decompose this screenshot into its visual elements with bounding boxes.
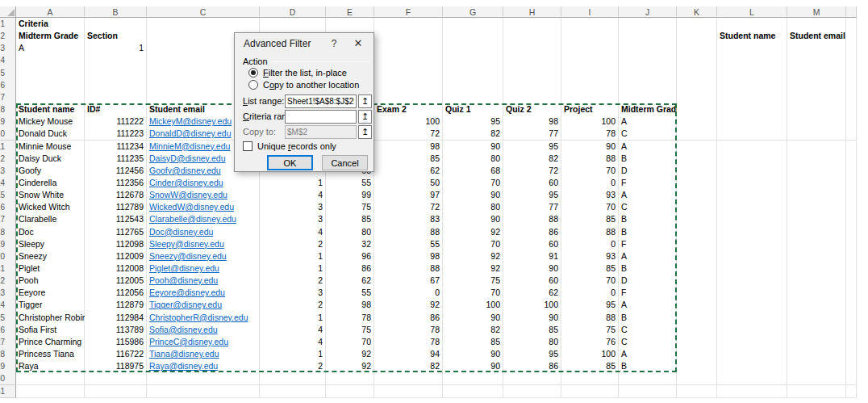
- cell-G20[interactable]: 92: [443, 250, 503, 263]
- cell-M5[interactable]: [787, 67, 846, 80]
- email-link[interactable]: Cinder@disney.edu: [147, 177, 260, 190]
- cell-G24[interactable]: 100: [443, 299, 503, 312]
- cell-A1[interactable]: Criteria: [16, 18, 85, 31]
- cell-I1[interactable]: [561, 18, 619, 31]
- cell-E1[interactable]: [326, 18, 374, 31]
- cell-H25[interactable]: 90: [503, 312, 561, 325]
- cell-A24[interactable]: Tigger: [16, 299, 85, 312]
- cell-B31[interactable]: [85, 385, 147, 398]
- cell-M24[interactable]: [787, 299, 846, 312]
- cell-L21[interactable]: [717, 262, 787, 275]
- cell-M30[interactable]: [787, 372, 846, 385]
- cell-N9[interactable]: [846, 115, 857, 128]
- row-header-6[interactable]: 6: [0, 79, 16, 92]
- cell-I17[interactable]: 85: [561, 213, 619, 226]
- cell-L15[interactable]: [717, 189, 787, 202]
- row-header-14[interactable]: 14: [0, 177, 16, 190]
- cell-H13[interactable]: 72: [503, 165, 561, 178]
- cell-G10[interactable]: 82: [443, 128, 503, 141]
- cell-M18[interactable]: [787, 226, 846, 239]
- cell-B17[interactable]: 112543: [85, 213, 147, 226]
- cell-A13[interactable]: Goofy: [16, 165, 85, 178]
- criteria-range-picker-icon[interactable]: ↥: [358, 110, 372, 124]
- email-link[interactable]: Clarabelle@disney.edu: [147, 213, 260, 226]
- cell-J22[interactable]: D: [619, 275, 677, 288]
- cell-A21[interactable]: Piglet: [16, 262, 85, 275]
- cell-J19[interactable]: F: [619, 238, 677, 251]
- cell-I5[interactable]: [561, 67, 619, 80]
- checkbox-icon[interactable]: [243, 141, 252, 151]
- cell-A23[interactable]: Eeyore: [16, 287, 85, 300]
- cell-L24[interactable]: [717, 299, 787, 312]
- cell-H6[interactable]: [503, 79, 561, 92]
- cell-B3[interactable]: 1: [85, 42, 147, 55]
- cell-F24[interactable]: 92: [374, 299, 443, 312]
- cell-E24[interactable]: 98: [326, 299, 374, 312]
- cell-C31[interactable]: [147, 385, 260, 398]
- cell-I18[interactable]: 88: [561, 226, 619, 239]
- row-header-3[interactable]: 3: [0, 42, 16, 55]
- cell-M15[interactable]: [787, 189, 846, 202]
- row-header-9[interactable]: 9: [0, 115, 16, 128]
- cell-G8[interactable]: Quiz 1: [443, 103, 503, 116]
- cell-N6[interactable]: [846, 79, 857, 92]
- cell-J23[interactable]: F: [619, 287, 677, 300]
- cell-D18[interactable]: 4: [260, 226, 326, 239]
- cell-N17[interactable]: [846, 213, 857, 226]
- cell-B11[interactable]: 111234: [85, 141, 147, 153]
- email-link[interactable]: WickedW@disney.edu: [147, 201, 260, 214]
- cell-D30[interactable]: [260, 372, 326, 385]
- cell-F31[interactable]: [374, 385, 443, 398]
- column-header-G[interactable]: G: [443, 6, 503, 18]
- cell-H15[interactable]: 95: [503, 189, 561, 202]
- cell-M9[interactable]: [787, 115, 846, 128]
- cell-F26[interactable]: 78: [374, 324, 443, 337]
- cell-M21[interactable]: [787, 262, 846, 275]
- cell-A14[interactable]: Cinderella: [16, 177, 85, 190]
- cell-I22[interactable]: 70: [561, 275, 619, 288]
- cell-E28[interactable]: 92: [326, 348, 374, 361]
- cell-B29[interactable]: 118975: [85, 360, 147, 373]
- cell-I8[interactable]: Project: [561, 103, 619, 116]
- cell-D16[interactable]: 3: [260, 201, 326, 214]
- cell-M28[interactable]: [787, 348, 846, 361]
- cell-M4[interactable]: [787, 54, 846, 67]
- cell-D23[interactable]: 3: [260, 287, 326, 300]
- cell-B30[interactable]: [85, 372, 147, 385]
- cell-F29[interactable]: 82: [374, 360, 443, 373]
- cell-A10[interactable]: Donald Duck: [16, 128, 85, 141]
- cell-K24[interactable]: [677, 299, 717, 312]
- email-link[interactable]: Sneezy@disney.edu: [147, 250, 260, 263]
- cell-J26[interactable]: C: [619, 324, 677, 337]
- cell-B5[interactable]: [85, 67, 147, 80]
- cell-H7[interactable]: [503, 91, 561, 104]
- cell-F9[interactable]: 100: [374, 115, 443, 128]
- cell-F15[interactable]: 97: [374, 189, 443, 202]
- cell-M10[interactable]: [787, 128, 846, 141]
- cell-L29[interactable]: [717, 360, 787, 373]
- cell-G4[interactable]: [443, 54, 503, 67]
- cell-F20[interactable]: 98: [374, 250, 443, 263]
- row-header-19[interactable]: 19: [0, 238, 16, 251]
- cell-J20[interactable]: A: [619, 250, 677, 263]
- cell-F25[interactable]: 86: [374, 312, 443, 325]
- cell-A11[interactable]: Minnie Mouse: [16, 141, 85, 153]
- ok-button[interactable]: OK: [267, 155, 313, 170]
- row-header-28[interactable]: 28: [0, 348, 16, 361]
- cell-B16[interactable]: 112789: [85, 201, 147, 214]
- cell-N16[interactable]: [846, 201, 857, 214]
- cell-G28[interactable]: 90: [443, 348, 503, 361]
- cell-B28[interactable]: 116722: [85, 348, 147, 361]
- cell-H30[interactable]: [503, 372, 561, 385]
- cell-L23[interactable]: [717, 287, 787, 300]
- cell-M13[interactable]: [787, 165, 846, 178]
- cell-F27[interactable]: 78: [374, 336, 443, 349]
- cell-F4[interactable]: [374, 54, 443, 67]
- cell-N30[interactable]: [846, 372, 857, 385]
- column-header-H[interactable]: H: [503, 6, 561, 18]
- column-header-C[interactable]: C: [147, 6, 260, 18]
- cell-E29[interactable]: 92: [326, 360, 374, 373]
- cell-K9[interactable]: [677, 115, 717, 128]
- cell-J1[interactable]: [619, 18, 677, 31]
- cell-A6[interactable]: [16, 79, 85, 92]
